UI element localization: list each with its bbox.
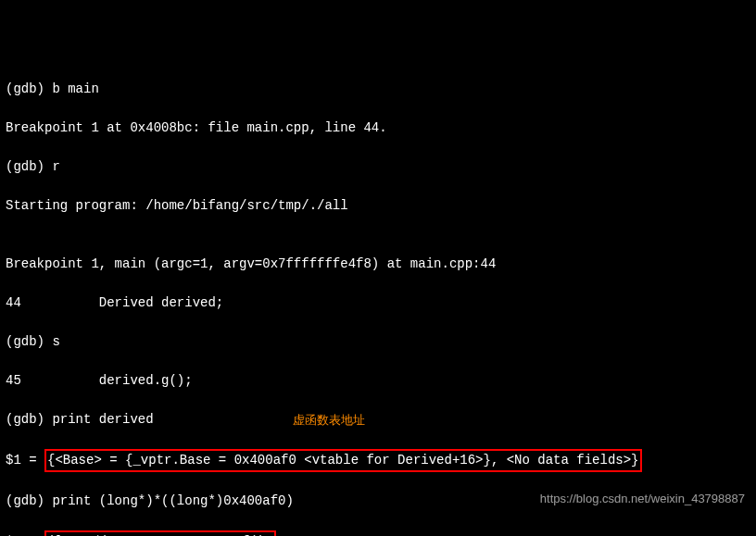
anno-vtable-addr: 虚函数表地址 <box>293 410 365 430</box>
term-line: (gdb) r <box>6 157 750 177</box>
d2-prefix: $2 = <box>6 532 44 536</box>
term-line: Starting program: /home/bifang/src/tmp/.… <box>6 196 750 216</box>
term-line: (gdb) b main <box>6 80 750 99</box>
term-line: 45 derived.g(); <box>6 371 750 391</box>
term-line: Breakpoint 1 at 0x4008bc: file main.cpp,… <box>6 118 750 138</box>
box-d2: (long *) 0x40092a <Base::f()> <box>44 530 276 536</box>
term-line: Breakpoint 1, main (argc=1, argv=0x7ffff… <box>6 255 750 274</box>
d1-prefix: $1 = <box>6 451 44 470</box>
watermark: https://blog.csdn.net/weixin_43798887 <box>540 489 745 508</box>
term-line: (gdb) print derived <box>6 410 154 430</box>
term-line: 44 Derived derived; <box>6 293 750 313</box>
box-d1: {<Base> = {_vptr.Base = 0x400af0 <vtable… <box>44 449 642 472</box>
term-line: (gdb) s <box>6 332 750 352</box>
